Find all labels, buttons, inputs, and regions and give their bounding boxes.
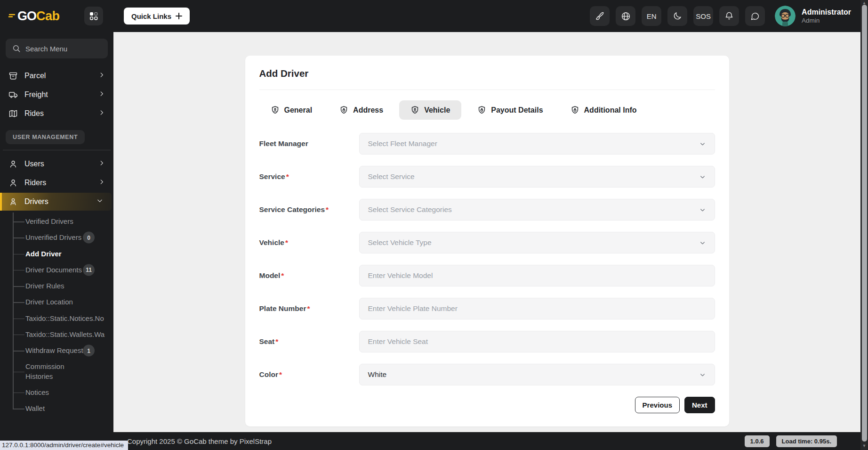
count-badge: 11 [83, 264, 95, 276]
submenu-item-driver-documents[interactable]: Driver Documents 11 [25, 262, 111, 278]
next-button[interactable]: Next [684, 397, 715, 413]
plate-number-field [359, 298, 715, 319]
submenu-item-driver-rules[interactable]: Driver Rules [25, 278, 111, 294]
sidebar-item-riders[interactable]: Riders [0, 174, 113, 192]
field-label: Seat* [259, 337, 359, 346]
search-menu-input[interactable]: Search Menu [6, 39, 108, 58]
submenu-item-notices[interactable]: Notices [25, 385, 111, 401]
required-marker: * [285, 238, 288, 246]
submenu-item-driver-location[interactable]: Driver Location [25, 294, 111, 310]
tab-label: Payout Details [491, 106, 543, 115]
form-row-seat: Seat* [259, 331, 715, 352]
sidebar-item-drivers[interactable]: Drivers [0, 193, 112, 211]
dark-mode-button[interactable] [667, 6, 687, 26]
chat-bubble-icon [750, 11, 760, 21]
messages-button[interactable] [745, 6, 765, 26]
sos-button[interactable]: SOS [693, 6, 713, 26]
form-row-fleet-manager: Fleet Manager Select Fleet Manager [259, 133, 715, 155]
user-menu[interactable]: Administrator Admin [802, 8, 851, 25]
chevron-right-icon [98, 109, 105, 118]
form-row-service: Service* Select Service [259, 166, 715, 188]
tab-address[interactable]: Address [328, 100, 394, 120]
truck-icon [8, 90, 18, 99]
header-left: GO Cab [0, 7, 113, 25]
scroll-down-arrow[interactable]: ▼ [860, 443, 868, 448]
main-content: Add Driver General [113, 32, 860, 432]
scrollbar-thumb[interactable] [862, 5, 867, 442]
language-globe-button[interactable] [616, 6, 635, 26]
user-avatar[interactable] [775, 6, 796, 26]
user-icon [8, 178, 18, 188]
sidebar-item-users[interactable]: Users [0, 155, 113, 173]
plate-number-input[interactable] [368, 298, 706, 319]
field-label: Model* [259, 271, 359, 280]
page-scrollbar[interactable]: ▲ ▼ [860, 0, 868, 450]
field-label: Plate Number* [259, 304, 359, 313]
field-label: Vehicle* [259, 238, 359, 247]
sidebar-item-freight[interactable]: Freight [0, 86, 113, 104]
color-select[interactable]: White [359, 364, 715, 385]
chevron-right-icon [98, 179, 105, 187]
app-header: GO Cab Quick Links [0, 0, 868, 32]
sidebar-item-label: Parcel [24, 72, 46, 80]
tab-payout-details[interactable]: Payout Details [466, 100, 554, 120]
shield-user-icon [410, 106, 419, 115]
shield-lock-icon [339, 106, 348, 115]
model-input[interactable] [368, 265, 706, 286]
sidebar-item-label: Users [24, 160, 44, 168]
notifications-button[interactable] [719, 6, 739, 26]
seat-input[interactable] [368, 331, 706, 352]
user-role: Admin [802, 17, 851, 25]
tab-general[interactable]: General [259, 100, 324, 120]
sidebar-item-rides[interactable]: Rides [0, 105, 113, 123]
language-label: EN [647, 12, 657, 20]
form-row-vehicle: Vehicle* Select Vehicle Type [259, 232, 715, 254]
chevron-right-icon [98, 90, 105, 99]
service-categories-select[interactable]: Select Service Categories [359, 199, 715, 221]
form-row-plate-number: Plate Number* [259, 298, 715, 319]
quick-links-button[interactable]: Quick Links [124, 8, 190, 25]
required-marker: * [281, 271, 284, 279]
submenu-item-wallets-static[interactable]: Taxido::Static.Wallets.Wa [25, 327, 111, 343]
sidebar-item-label: Riders [24, 179, 46, 187]
submenu-item-notices-static[interactable]: Taxido::Static.Notices.No [25, 311, 111, 327]
submenu-item-withdraw-request[interactable]: Withdraw Request 1 [25, 343, 111, 359]
vehicle-type-select[interactable]: Select Vehicle Type [359, 232, 715, 254]
seat-field [359, 331, 715, 352]
service-select[interactable]: Select Service [359, 166, 715, 188]
sidebar-item-parcel[interactable]: Parcel [0, 67, 113, 85]
field-label: Service* [259, 172, 359, 181]
archive-icon [8, 71, 18, 81]
theme-customizer-button[interactable] [590, 6, 610, 26]
chevron-down-icon [699, 206, 706, 213]
tab-vehicle[interactable]: Vehicle [399, 100, 461, 120]
section-divider [3, 150, 111, 150]
logo-text-cab: Cab [36, 9, 60, 24]
submenu-item-unverified-drivers[interactable]: Unverified Drivers 0 [25, 229, 111, 245]
paint-brush-icon [595, 11, 605, 21]
submenu-item-commission-histories[interactable]: Commission Histories [25, 359, 111, 385]
gocab-logo[interactable]: GO Cab [8, 9, 60, 24]
moon-icon [673, 11, 682, 21]
user-icon [8, 159, 18, 169]
sidebar-toggle-button[interactable] [84, 7, 103, 25]
tab-additional-info[interactable]: Additional Info [559, 100, 648, 120]
previous-button[interactable]: Previous [635, 397, 680, 413]
required-marker: * [326, 205, 329, 213]
language-select-button[interactable]: EN [642, 6, 661, 26]
card-body: General Address Ve [245, 90, 729, 426]
add-driver-card: Add Driver General [245, 56, 729, 426]
submenu-item-wallet[interactable]: Wallet [25, 401, 111, 417]
required-marker: * [286, 172, 289, 180]
submenu-item-add-driver[interactable]: Add Driver [25, 246, 111, 262]
form-actions: Previous Next [259, 397, 715, 413]
form-row-color: Color* White [259, 364, 715, 385]
footer-badges: 1.0.6 Load time: 0.95s. [745, 435, 837, 447]
search-icon [12, 44, 21, 53]
scroll-up-arrow[interactable]: ▲ [860, 0, 868, 5]
chevron-right-icon [98, 160, 105, 168]
page-title: Add Driver [245, 56, 729, 90]
sidebar-item-label: Drivers [24, 197, 48, 206]
submenu-item-verified-drivers[interactable]: Verified Drivers [25, 213, 111, 229]
fleet-manager-select[interactable]: Select Fleet Manager [359, 133, 715, 155]
